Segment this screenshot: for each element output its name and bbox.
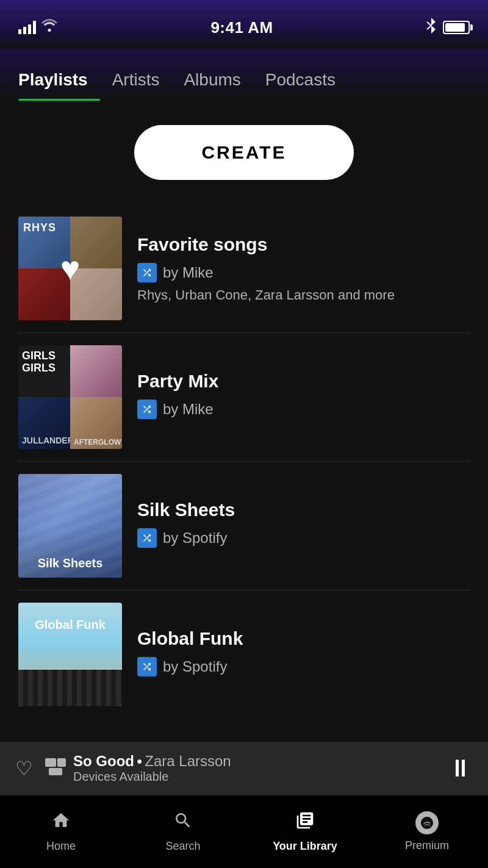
playlist-info-global: Global Funk by Spotify	[137, 628, 470, 681]
battery-icon	[443, 21, 470, 34]
spotify-logo-icon	[415, 811, 439, 834]
tabs: Playlists Artists Albums Podcasts	[18, 61, 470, 101]
now-playing-artist: Zara Larsson	[145, 753, 231, 769]
svg-rect-2	[57, 758, 66, 767]
now-playing-track: So Good	[73, 753, 134, 769]
shuffle-icon	[137, 400, 157, 419]
playlist-name: Global Funk	[137, 628, 470, 650]
search-icon	[173, 811, 193, 835]
list-item[interactable]: Global Funk Global Funk by Spotify	[18, 590, 470, 719]
playlist-meta: by Spotify	[137, 528, 470, 548]
now-playing-title-row: So Good • Zara Larsson	[73, 753, 231, 770]
now-playing-bar[interactable]: ♡ So Good • Zara Larsson Devices Availab…	[0, 742, 488, 795]
pause-button[interactable]: ⏸	[448, 755, 473, 782]
list-item[interactable]: RHYS ♥ Favorite songs by Mike	[18, 204, 470, 333]
main-content: CREATE RHYS ♥ Favorite songs	[0, 101, 488, 719]
silk-sheets-label: Silk Sheets	[18, 556, 122, 570]
svg-rect-1	[49, 768, 62, 775]
playlist-thumb-party: GIRLSGIRLS JULLANDER AFTERGLOW	[18, 345, 122, 449]
playlist-by: by Mike	[163, 401, 214, 418]
create-section: CREATE	[0, 101, 488, 204]
status-left	[18, 19, 58, 36]
playlist-thumb-global: Global Funk	[18, 603, 122, 706]
now-playing-text: So Good • Zara Larsson Devices Available	[73, 753, 231, 784]
now-playing-dot: •	[137, 753, 142, 769]
list-item[interactable]: Silk Sheets Silk Sheets by Spotify	[18, 462, 470, 590]
nav-label-library: Your Library	[273, 840, 337, 853]
tab-artists[interactable]: Artists	[100, 61, 172, 101]
nav-item-premium[interactable]: Premium	[366, 811, 488, 852]
nav-label-premium: Premium	[405, 839, 449, 852]
status-right	[426, 18, 470, 37]
signal-icon	[18, 21, 36, 34]
playlist-meta: by Mike	[137, 263, 470, 282]
bluetooth-icon	[426, 18, 437, 37]
bottom-nav: Home Search Your Library Premium	[0, 795, 488, 868]
playlist-thumb-silk: Silk Sheets	[18, 474, 122, 578]
playlist-info-party: Party Mix by Mike	[137, 370, 470, 424]
create-button[interactable]: CREATE	[134, 125, 354, 180]
status-time: 9:41 AM	[210, 18, 273, 37]
nav-item-search[interactable]: Search	[122, 811, 244, 853]
tabs-container: Playlists Artists Albums Podcasts	[0, 49, 488, 101]
device-icon	[45, 757, 66, 780]
shuffle-icon	[137, 263, 157, 282]
playlist-name: Favorite songs	[137, 234, 470, 256]
heart-overlay-icon: ♥	[60, 249, 81, 288]
tab-albums[interactable]: Albums	[171, 61, 253, 101]
playlist-by: by Mike	[163, 264, 214, 281]
playlist-name: Party Mix	[137, 370, 470, 392]
svg-rect-0	[45, 758, 56, 767]
playlist-meta: by Spotify	[137, 657, 470, 676]
home-icon	[51, 811, 71, 835]
nav-label-search: Search	[165, 840, 200, 853]
global-funk-label: Global Funk	[18, 618, 122, 632]
playlist-info-silk: Silk Sheets by Spotify	[137, 499, 470, 553]
now-playing-device-text: Devices Available	[73, 770, 231, 784]
list-item[interactable]: GIRLSGIRLS JULLANDER AFTERGLOW Party Mix	[18, 333, 470, 462]
playlist-meta: by Mike	[137, 400, 470, 419]
status-bar: 9:41 AM	[0, 0, 488, 49]
shuffle-icon	[137, 528, 157, 548]
tab-podcasts[interactable]: Podcasts	[253, 61, 348, 101]
wifi-icon	[41, 19, 58, 36]
playlist-by: by Spotify	[163, 658, 227, 675]
nav-item-home[interactable]: Home	[0, 811, 122, 853]
now-playing-left: ♡ So Good • Zara Larsson Devices Availab…	[15, 753, 231, 784]
playlist-info-favorite: Favorite songs by Mike Rhys, Urban Cone,…	[137, 234, 470, 303]
playlist-thumb-favorite: RHYS ♥	[18, 217, 122, 320]
now-playing-device: So Good • Zara Larsson Devices Available	[45, 753, 231, 784]
nav-label-home: Home	[46, 840, 76, 853]
tab-playlists[interactable]: Playlists	[18, 61, 100, 101]
playlist-by: by Spotify	[163, 529, 227, 547]
nav-item-library[interactable]: Your Library	[244, 811, 366, 853]
shuffle-icon	[137, 657, 157, 676]
playlist-list: RHYS ♥ Favorite songs by Mike	[0, 204, 488, 719]
library-icon	[295, 811, 315, 835]
playlist-artists: Rhys, Urban Cone, Zara Larsson and more	[137, 287, 470, 303]
playlist-name: Silk Sheets	[137, 499, 470, 521]
heart-icon[interactable]: ♡	[15, 757, 33, 780]
